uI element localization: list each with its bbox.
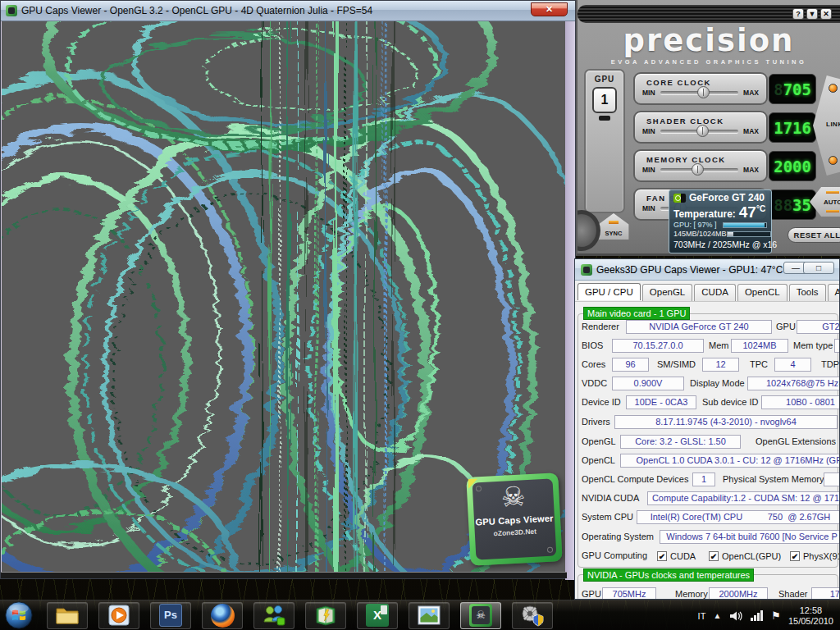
clock-gpu-value: 705MHz <box>602 587 656 600</box>
taskbar-photoshop-button[interactable]: Ps <box>150 602 191 629</box>
opengl-label: OpenGL <box>582 435 616 449</box>
gpu-selector-slot <box>599 116 610 121</box>
caps-titlebar[interactable]: Geeks3D GPU Caps Viewer - GPU1: 47°C — □ <box>575 259 839 281</box>
gpu-caps-viewer-window: Geeks3D GPU Caps Viewer - GPU1: 47°C — □… <box>574 258 840 600</box>
skull-icon: ☠ <box>472 478 555 515</box>
display-mode-value: 840x630@75 Hz-32 <box>747 377 840 390</box>
gpu-status-tooltip: GeForce GT 240 Temperature:47°C GPU: [ 9… <box>669 189 772 253</box>
network-icon[interactable] <box>750 609 764 622</box>
taskbar-excel-button[interactable]: X <box>357 602 398 629</box>
drivers-label: Drivers <box>582 415 610 429</box>
utility-shield-icon <box>520 604 545 627</box>
gpu-1-button[interactable]: 1 <box>592 87 617 113</box>
drivers-value: 8.17.11.9745 (4-3-2010) - nvoglv64 <box>614 415 838 429</box>
sync-button[interactable]: SYNC <box>597 213 630 240</box>
taskbar-messenger-button[interactable] <box>253 602 294 629</box>
window-border-bottom <box>1 572 567 578</box>
opencl-devices-label: OpenCL Compute Devices <box>582 472 688 486</box>
collapse-button[interactable]: ▼ <box>806 8 818 20</box>
fan-dial-icon <box>576 210 600 251</box>
clock-shader-label: Shader <box>778 587 807 600</box>
physical-memory-value: 20 <box>824 472 840 486</box>
taskbar-firefox-button[interactable] <box>202 602 243 629</box>
gpu-clocks-text: 703MHz / 2025MHz @ x16 <box>673 240 767 249</box>
opengl-value: Core: 3.2 - GLSL: 1.50 <box>620 435 741 449</box>
memory-clock-group: MEMORY CLOCK MIN MAX <box>633 149 768 182</box>
opencl-checkbox[interactable]: ✔ OpenCL(GPU) <box>709 549 781 563</box>
min-label: MIN <box>642 204 655 212</box>
reset-all-button[interactable]: RESET ALL <box>788 227 840 243</box>
nvidia-logo-icon <box>673 194 686 203</box>
show-hidden-icons-button[interactable]: ▲ <box>713 611 721 620</box>
language-indicator[interactable]: IT <box>698 611 706 621</box>
memory-clock-slider[interactable] <box>660 168 739 171</box>
gl-window-title: GPU Caps Viewer - OpenGL 3.2 - OpenCL GP… <box>21 5 372 16</box>
taskbar-utility-button[interactable] <box>512 602 553 629</box>
close-button[interactable]: ✕ <box>531 2 568 16</box>
link-button[interactable]: LINK <box>813 75 840 176</box>
gpu-caps-watermark-chip: ☠ GPU Caps Viewer oZone3D.Net <box>466 472 562 566</box>
taskbar-reader-button[interactable] <box>305 602 346 629</box>
opencl-label: OpenCL <box>582 454 615 468</box>
checkmark-icon: ✔ <box>709 551 719 561</box>
checkmark-icon: ✔ <box>657 551 667 561</box>
core-clock-slider[interactable] <box>660 91 739 94</box>
system-cpu-value: Intel(R) Core(TM) CPU 750 @ 2.67GH <box>637 510 840 524</box>
caps-body: Main video card - 1 GPU Renderer NVIDIA … <box>575 302 839 600</box>
video-card-group-label: Main video card - 1 GPU <box>583 307 690 320</box>
tray-time: 12:58 <box>788 605 833 616</box>
clocks-group-label: NVIDIA - GPUs clocks and temperatures <box>583 568 754 582</box>
sub-device-id-value: 10B0 - 0801 <box>761 395 840 409</box>
sub-device-id-label: Sub device ID <box>702 395 758 409</box>
maximize-button[interactable]: □ <box>803 262 834 274</box>
slider-knob[interactable] <box>692 163 704 176</box>
auto-stripe <box>826 191 839 194</box>
taskbar-media-player-button[interactable] <box>98 602 139 629</box>
system-tray: IT ▲ ⚑ 12:58 15/05/2010 <box>698 600 837 630</box>
gpu-caps-app-icon <box>581 264 592 276</box>
slider-knob[interactable] <box>697 86 710 98</box>
link-led-bottom <box>829 156 838 165</box>
bios-label: BIOS <box>582 339 603 353</box>
operating-system-label: Operating System <box>582 530 654 544</box>
shader-clock-group: SHADER CLOCK MIN MAX <box>633 111 768 144</box>
evga-header-band: ? ▼ ✕ <box>578 5 840 23</box>
memory-usage-bar <box>727 231 771 237</box>
gpu-computing-label: GPU Computing <box>582 549 647 563</box>
gl-titlebar[interactable]: GPU Caps Viewer - OpenGL 3.2 - OpenCL GP… <box>1 1 575 21</box>
tab-opencl[interactable]: OpenCL <box>737 284 788 301</box>
tab-tools[interactable]: Tools <box>789 284 826 301</box>
display-mode-label: Display Mode <box>690 377 745 390</box>
action-center-flag-icon[interactable]: ⚑ <box>771 609 781 622</box>
close-button[interactable]: ✕ <box>820 8 832 20</box>
max-label: MAX <box>743 89 759 97</box>
tab-about[interactable]: About <box>828 284 840 301</box>
shader-clock-slider[interactable] <box>660 130 739 133</box>
tab-cuda[interactable]: CUDA <box>694 284 736 301</box>
tray-clock[interactable]: 12:58 15/05/2010 <box>788 605 837 627</box>
cuda-checkbox[interactable]: ✔ CUDA <box>657 549 696 563</box>
watermark-site: oZone3D.Net <box>475 526 555 538</box>
opengl-extensions-button[interactable]: OpenGL Extensions <box>756 435 836 449</box>
taskbar-photo-viewer-button[interactable] <box>409 602 450 629</box>
taskbar: Ps X ☠ <box>0 600 840 630</box>
mem-label: Mem <box>709 339 728 353</box>
volume-icon[interactable] <box>728 609 742 623</box>
gpu-label: GPU <box>776 320 796 334</box>
taskbar-gpu-caps-button[interactable]: ☠ <box>460 602 501 629</box>
sm-simd-value: 12 <box>702 358 739 372</box>
physx-checkbox[interactable]: ✔ PhysX(9100 <box>790 549 840 563</box>
start-button[interactable] <box>2 600 36 630</box>
slider-knob[interactable] <box>696 125 709 137</box>
shader-clock-label: SHADER CLOCK <box>635 112 766 126</box>
memory-clock-label: MEMORY CLOCK <box>635 151 766 164</box>
photoshop-icon: Ps <box>159 604 182 627</box>
tab-opengl[interactable]: OpenGL <box>642 284 692 301</box>
tab-gpu-cpu[interactable]: GPU / CPU <box>578 283 641 300</box>
core-clock-group: CORE CLOCK MIN MAX <box>633 72 768 105</box>
operating-system-value: Windows 7 64-bit build 7600 [No Service … <box>660 530 840 544</box>
min-label: MIN <box>642 89 655 97</box>
help-button[interactable]: ? <box>792 8 804 20</box>
temp-label: Temperature: <box>673 208 736 220</box>
taskbar-explorer-button[interactable] <box>47 602 88 629</box>
